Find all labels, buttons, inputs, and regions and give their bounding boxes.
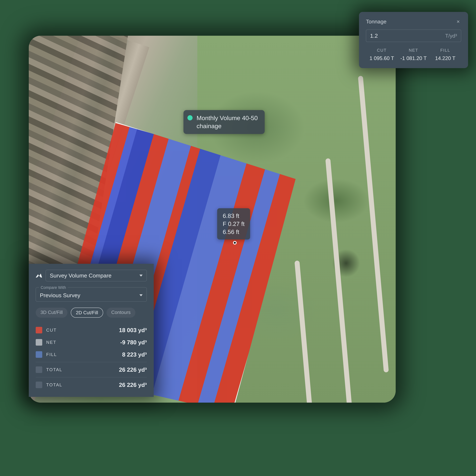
divider: [36, 377, 147, 377]
tonnage-net-value: -1 081.20 T: [398, 55, 429, 61]
survey-volume-panel: Survey Volume Compare Compare With Previ…: [29, 264, 154, 397]
divider: [36, 362, 147, 362]
net-value: -9 780 yd³: [120, 339, 147, 346]
total-label-2: TOTAL: [46, 382, 62, 387]
point-readout-line2: F 0.27 ft: [223, 220, 245, 228]
point-readout-line3: 6.56 ft: [223, 228, 245, 236]
cut-label: CUT: [46, 328, 57, 333]
tonnage-title: Tonnage: [366, 18, 387, 25]
tonnage-net-label: NET: [398, 48, 429, 53]
point-readout-tooltip: 6.83 ft F 0.27 ft 6.56 ft: [217, 208, 250, 239]
close-icon[interactable]: ×: [455, 18, 461, 25]
metric-row-net: NET -9 780 yd³: [36, 336, 147, 348]
volume-label-line2: chainage: [197, 122, 258, 130]
volume-label-text: Monthly Volume 40-50 chainage: [197, 114, 258, 130]
terrain-icon: [36, 273, 42, 278]
view-tabs: 3D Cut/Fill 2D Cut/Fill Contours: [36, 308, 147, 318]
tonnage-input[interactable]: [370, 33, 445, 39]
net-swatch: [36, 339, 42, 346]
chevron-down-icon: [139, 294, 143, 296]
volume-label-line1: Monthly Volume 40-50: [197, 114, 258, 122]
cut-value: 18 003 yd³: [119, 327, 147, 333]
fill-label: FILL: [46, 352, 57, 357]
tonnage-fill-value: 14.220 T: [429, 55, 461, 61]
tonnage-panel: Tonnage × T/yd³ CUT 1 095.60 T NET -1 08…: [359, 12, 468, 68]
fill-value: 8 223 yd³: [122, 351, 147, 358]
metric-row-total-1: TOTAL 26 226 yd³: [36, 364, 147, 376]
metric-row-total-2: TOTAL 26 226 yd³: [36, 379, 147, 391]
total-swatch: [36, 382, 42, 388]
fill-swatch: [36, 351, 42, 358]
point-readout-line1: 6.83 ft: [223, 212, 245, 220]
survey-mode-select[interactable]: Survey Volume Compare: [46, 270, 147, 281]
survey-mode-label: Survey Volume Compare: [50, 272, 112, 279]
compare-with-legend: Compare With: [39, 285, 68, 290]
tab-contours[interactable]: Contours: [106, 308, 135, 318]
tonnage-unit: T/yd³: [445, 33, 457, 39]
status-dot-icon: [187, 115, 193, 120]
tonnage-input-row[interactable]: T/yd³: [366, 30, 461, 42]
total-value-2: 26 226 yd³: [119, 381, 147, 388]
cut-swatch: [36, 327, 42, 333]
total-label-1: TOTAL: [46, 367, 62, 372]
point-marker-icon[interactable]: [233, 241, 237, 245]
compare-with-select[interactable]: Compare With Previous Survey: [36, 287, 147, 302]
metric-row-cut: CUT 18 003 yd³: [36, 324, 147, 336]
tab-3d-cut-fill[interactable]: 3D Cut/Fill: [36, 308, 68, 318]
net-label: NET: [46, 340, 56, 345]
tab-2d-cut-fill[interactable]: 2D Cut/Fill: [71, 308, 103, 318]
compare-with-value: Previous Survey: [40, 292, 80, 299]
volume-label-tooltip[interactable]: Monthly Volume 40-50 chainage: [184, 110, 265, 134]
tonnage-cut-label: CUT: [366, 48, 398, 53]
total-swatch: [36, 366, 42, 373]
total-value-1: 26 226 yd³: [119, 366, 147, 373]
tonnage-cut-value: 1 095.60 T: [366, 55, 398, 61]
tonnage-fill-label: FILL: [429, 48, 461, 53]
metric-row-fill: FILL 8 223 yd³: [36, 348, 147, 360]
chevron-down-icon: [139, 275, 143, 277]
